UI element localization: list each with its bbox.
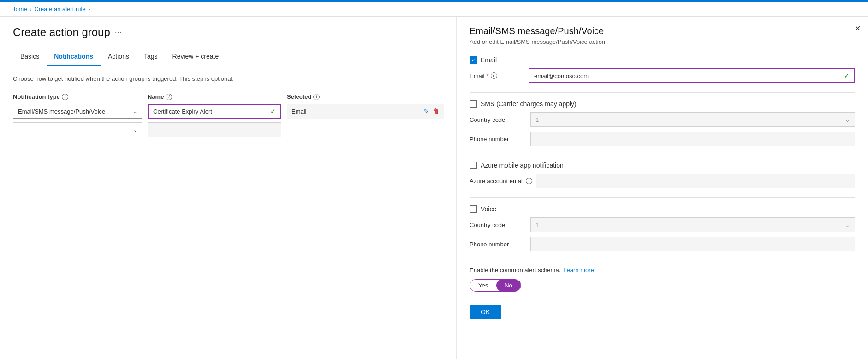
name-check-icon: ✓ (270, 108, 276, 115)
chevron-down-icon: ⌄ (845, 221, 850, 228)
voice-phone-input[interactable] (530, 237, 855, 251)
email-valid-icon: ✓ (844, 72, 850, 79)
table-header: Notification type i Name i Selected i (13, 93, 443, 100)
voice-country-code-label: Country code (470, 221, 525, 228)
chevron-down-icon-empty: ⌄ (133, 127, 137, 132)
breadcrumb-home[interactable]: Home (11, 6, 27, 12)
notification-type-dropdown[interactable]: Email/SMS message/Push/Voice ⌄ (13, 104, 142, 119)
voice-phone-label: Phone number (470, 241, 525, 248)
azure-mobile-info-icon[interactable]: i (526, 178, 532, 184)
table-row: Email/SMS message/Push/Voice ⌄ Certifica… (13, 104, 443, 119)
azure-mobile-section: Azure mobile app notification Azure acco… (470, 162, 855, 188)
tab-review-create[interactable]: Review + create (165, 48, 226, 66)
chevron-down-icon: ⌄ (845, 116, 850, 123)
schema-yes-option[interactable]: Yes (470, 280, 496, 291)
notification-type-dropdown-empty[interactable]: ⌄ (13, 122, 142, 137)
email-checkbox[interactable]: ✓ (470, 56, 477, 64)
schema-text: Enable the common alert schema. (470, 267, 560, 274)
sms-phone-label: Phone number (470, 136, 525, 143)
right-panel: ✕ Email/SMS message/Push/Voice Add or ed… (457, 17, 868, 359)
email-input[interactable]: email@contoso.com ✓ (529, 68, 855, 83)
tab-notifications[interactable]: Notifications (47, 48, 101, 66)
voice-country-code-value: 1 (535, 221, 539, 228)
voice-checkbox[interactable] (470, 205, 477, 213)
close-button[interactable]: ✕ (855, 24, 861, 33)
azure-account-input[interactable] (536, 174, 855, 188)
email-value: email@contoso.com (534, 72, 589, 79)
country-code-label: Country code (470, 116, 525, 123)
tab-tags[interactable]: Tags (137, 48, 165, 66)
selected-value: Email (291, 108, 307, 115)
notification-type-value: Email/SMS message/Push/Voice (18, 108, 105, 115)
notification-name-input[interactable]: Certificate Expiry Alert ✓ (148, 104, 281, 119)
schema-no-option[interactable]: No (496, 280, 521, 291)
table-row-empty: ⌄ (13, 122, 443, 137)
panel-title: Email/SMS message/Push/Voice (470, 26, 855, 36)
email-info-icon[interactable]: i (491, 72, 497, 79)
notification-name-value: Certificate Expiry Alert (153, 108, 212, 115)
page-title-menu[interactable]: ··· (115, 28, 122, 37)
selected-cell: Email ✎ 🗑 (287, 104, 444, 119)
azure-mobile-checkbox[interactable] (470, 162, 477, 169)
delete-icon[interactable]: 🗑 (433, 108, 439, 115)
panel-subtitle: Add or edit Email/SMS message/Push/Voice… (470, 38, 855, 45)
sms-country-code-dropdown[interactable]: 1 ⌄ (530, 112, 855, 127)
notif-type-header: Notification type (13, 93, 60, 100)
voice-country-code-dropdown[interactable]: 1 ⌄ (530, 217, 855, 232)
required-indicator: * (487, 72, 489, 79)
page-description: Choose how to get notified when the acti… (13, 75, 443, 82)
azure-account-label: Azure account email i (470, 178, 532, 185)
section-divider-2 (470, 154, 855, 154)
ok-button[interactable]: OK (470, 305, 501, 319)
notif-type-info-icon[interactable]: i (62, 94, 68, 100)
tab-basics[interactable]: Basics (13, 48, 47, 66)
name-header: Name (148, 93, 164, 100)
azure-mobile-label: Azure mobile app notification (481, 162, 564, 169)
sms-phone-input[interactable] (530, 132, 855, 146)
breadcrumb: Home › Create an alert rule › (0, 2, 868, 17)
voice-section: Voice Country code 1 ⌄ Phone number (470, 205, 855, 251)
sms-label: SMS (Carrier charges may apply) (481, 100, 577, 108)
schema-toggle: Yes No (470, 279, 521, 292)
section-divider-1 (470, 92, 855, 93)
left-panel: Create action group ··· Basics Notificat… (0, 17, 457, 359)
voice-label: Voice (481, 205, 496, 213)
selected-header: Selected (287, 93, 311, 100)
section-divider-3 (470, 197, 855, 198)
chevron-down-icon: ⌄ (133, 109, 137, 114)
email-check-icon: ✓ (471, 57, 476, 63)
tab-actions[interactable]: Actions (101, 48, 137, 66)
sms-country-code-value: 1 (535, 116, 539, 123)
breadcrumb-alert-rule[interactable]: Create an alert rule (34, 6, 85, 12)
notification-name-input-empty[interactable] (148, 122, 281, 137)
learn-more-link[interactable]: Learn more (563, 267, 594, 274)
selected-info-icon[interactable]: i (313, 94, 320, 100)
page-title: Create action group (13, 26, 110, 39)
sms-checkbox[interactable] (470, 100, 477, 108)
sms-section: SMS (Carrier charges may apply) Country … (470, 100, 855, 146)
common-alert-schema-row: Enable the common alert schema. Learn mo… (470, 267, 855, 274)
name-info-icon[interactable]: i (166, 94, 172, 100)
email-section: ✓ Email Email * i email@contoso.com ✓ (470, 56, 855, 83)
tab-bar: Basics Notifications Actions Tags Review… (13, 48, 443, 66)
email-label: Email (481, 56, 497, 64)
email-field-label: Email * i (470, 72, 525, 79)
section-divider-4 (470, 259, 855, 259)
edit-icon[interactable]: ✎ (423, 108, 429, 115)
